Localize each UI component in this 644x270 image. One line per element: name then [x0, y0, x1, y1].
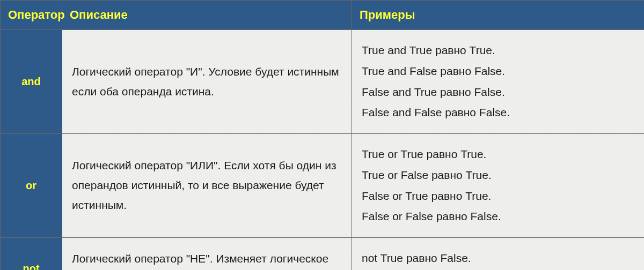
example-line: not True равно False.	[362, 249, 634, 268]
example-line: True and False равно False.	[362, 62, 634, 81]
description-cell: Логический оператор "ИЛИ". Если хотя бы …	[62, 134, 352, 238]
operators-table: Оператор Описание Примеры and Логический…	[0, 0, 644, 270]
examples-cell: True or True равно True. True or False р…	[352, 134, 645, 238]
header-description: Описание	[62, 1, 352, 30]
example-line: True or False равно True.	[362, 166, 634, 185]
table-row: not Логический оператор "НЕ". Изменяет л…	[1, 238, 645, 271]
examples-cell: True and True равно True. True and False…	[352, 30, 645, 134]
operator-cell-and: and	[1, 30, 62, 134]
examples-cell: not True равно False. not False равно Tr…	[352, 238, 645, 271]
table-row: and Логический оператор "И". Условие буд…	[1, 30, 645, 134]
example-line: False and True равно False.	[362, 82, 634, 102]
example-line: False or False равно False.	[362, 207, 634, 227]
header-examples: Примеры	[352, 1, 645, 30]
example-line: True or True равно True.	[362, 145, 634, 164]
operator-cell-or: or	[1, 134, 62, 238]
example-line: False and False равно False.	[362, 103, 634, 123]
example-line: False or True равно True.	[362, 186, 634, 206]
description-cell: Логический оператор "И". Условие будет и…	[62, 30, 352, 134]
example-line: True and True равно True.	[362, 41, 634, 61]
operator-cell-not: not	[1, 238, 62, 271]
table-row: or Логический оператор "ИЛИ". Если хотя …	[1, 134, 645, 238]
description-cell: Логический оператор "НЕ". Изменяет логич…	[62, 238, 352, 271]
header-operator: Оператор	[1, 1, 62, 30]
table-header-row: Оператор Описание Примеры	[1, 1, 645, 30]
